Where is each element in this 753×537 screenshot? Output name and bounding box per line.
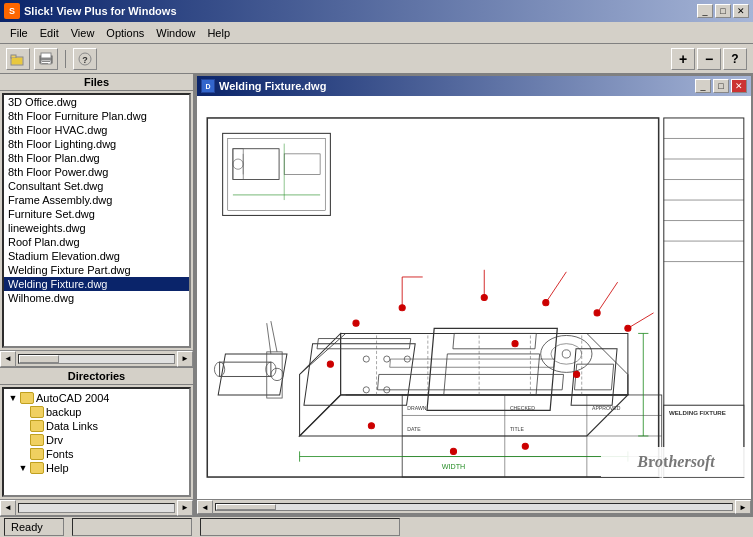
dir-tree-hscroll[interactable]: ◄ ► <box>0 499 193 515</box>
svg-point-80 <box>512 341 518 347</box>
menu-view[interactable]: View <box>65 25 101 41</box>
dir-item-datalinks[interactable]: Data Links <box>6 419 187 433</box>
file-item-selected[interactable]: Welding Fixture.dwg <box>4 277 189 291</box>
svg-text:DRAWN: DRAWN <box>407 405 426 411</box>
svg-rect-2 <box>12 58 22 64</box>
zoom-in-button[interactable]: + <box>671 48 695 70</box>
svg-point-85 <box>368 423 374 429</box>
hscroll-thumb[interactable] <box>19 355 59 363</box>
doc-title: Welding Fixture.dwg <box>219 80 326 92</box>
expand-icon <box>18 435 28 445</box>
doc-title-bar: D Welding Fixture.dwg _ □ ✕ <box>197 76 751 96</box>
file-item[interactable]: 8th Floor Furniture Plan.dwg <box>4 109 189 123</box>
file-item[interactable]: Welding Fixture Part.dwg <box>4 263 189 277</box>
svg-text:TITLE: TITLE <box>510 426 525 432</box>
svg-text:WIDTH: WIDTH <box>442 463 466 471</box>
close-button[interactable]: ✕ <box>733 4 749 18</box>
file-item[interactable]: 8th Floor Plan.dwg <box>4 151 189 165</box>
file-item[interactable]: Roof Plan.dwg <box>4 235 189 249</box>
directory-tree[interactable]: ▼ AutoCAD 2004 backup Data Links <box>2 387 191 497</box>
dir-item-help[interactable]: ▼ Help <box>6 461 187 475</box>
menu-file[interactable]: File <box>4 25 34 41</box>
svg-point-81 <box>574 371 580 377</box>
app-icon: S <box>4 3 20 19</box>
file-item[interactable]: lineweights.dwg <box>4 221 189 235</box>
expand-icon <box>18 421 28 431</box>
file-item[interactable]: 8th Floor Lighting.dwg <box>4 137 189 151</box>
info-button[interactable]: ? <box>723 48 747 70</box>
dir-label: Fonts <box>46 448 74 460</box>
menu-window[interactable]: Window <box>150 25 201 41</box>
dir-scroll-right[interactable]: ► <box>177 500 193 516</box>
dir-label: Drv <box>46 434 63 446</box>
files-section-title: Files <box>0 74 193 91</box>
print-button[interactable] <box>34 48 58 70</box>
dir-item-fonts[interactable]: Fonts <box>6 447 187 461</box>
svg-rect-1 <box>11 55 16 58</box>
menu-help[interactable]: Help <box>201 25 236 41</box>
status-coords <box>72 518 192 536</box>
dir-item-drv[interactable]: Drv <box>6 433 187 447</box>
help-toolbar-button[interactable]: ? <box>73 48 97 70</box>
svg-rect-6 <box>42 61 50 62</box>
file-item[interactable]: Frame Assembly.dwg <box>4 193 189 207</box>
folder-icon <box>20 392 34 404</box>
file-item[interactable]: Consultant Set.dwg <box>4 179 189 193</box>
scroll-right-button[interactable]: ► <box>177 351 193 367</box>
dir-item-autocad[interactable]: ▼ AutoCAD 2004 <box>6 391 187 405</box>
doc-close-button[interactable]: ✕ <box>731 79 747 93</box>
main-area: Files 3D Office.dwg 8th Floor Furniture … <box>0 74 753 515</box>
title-bar: S Slick! View Plus for Windows _ □ ✕ <box>0 0 753 22</box>
menu-bar: File Edit View Options Window Help <box>0 22 753 44</box>
status-bar: Ready <box>0 515 753 537</box>
dir-item-backup[interactable]: backup <box>6 405 187 419</box>
dir-label: Data Links <box>46 420 98 432</box>
dir-scroll-left[interactable]: ◄ <box>0 500 16 516</box>
dir-label: Help <box>46 462 69 474</box>
svg-rect-4 <box>41 53 51 58</box>
status-extra <box>200 518 400 536</box>
file-item[interactable]: 8th Floor HVAC.dwg <box>4 123 189 137</box>
minimize-button[interactable]: _ <box>697 4 713 18</box>
doc-hscroll-thumb[interactable] <box>216 504 276 510</box>
doc-minimize-button[interactable]: _ <box>695 79 711 93</box>
right-area: D Welding Fixture.dwg _ □ ✕ <box>195 74 753 515</box>
file-item[interactable]: 3D Office.dwg <box>4 95 189 109</box>
file-list[interactable]: 3D Office.dwg 8th Floor Furniture Plan.d… <box>2 93 191 348</box>
doc-scroll-left[interactable]: ◄ <box>197 500 213 514</box>
toolbar-separator <box>65 50 66 68</box>
maximize-button[interactable]: □ <box>715 4 731 18</box>
menu-edit[interactable]: Edit <box>34 25 65 41</box>
doc-hscroll-track <box>215 503 733 511</box>
svg-point-77 <box>594 310 600 316</box>
svg-text:?: ? <box>82 55 88 65</box>
folder-icon <box>30 406 44 418</box>
cad-drawing: DWG NO SCALE 1:1 SHEET WELDING FIXTURE D… <box>197 96 751 499</box>
svg-text:DATE: DATE <box>407 426 421 432</box>
file-item[interactable]: 8th Floor Power.dwg <box>4 165 189 179</box>
toolbar: ? + − ? <box>0 44 753 74</box>
file-item[interactable]: Wilhome.dwg <box>4 291 189 305</box>
doc-scroll-right[interactable]: ► <box>735 500 751 514</box>
status-ready: Ready <box>4 518 64 536</box>
scroll-left-button[interactable]: ◄ <box>0 351 16 367</box>
file-item[interactable]: Furniture Set.dwg <box>4 207 189 221</box>
folder-icon <box>30 462 44 474</box>
open-button[interactable] <box>6 48 30 70</box>
doc-hscroll[interactable]: ◄ ► <box>197 499 751 513</box>
directories-section-title: Directories <box>0 368 193 385</box>
file-item[interactable]: Stadium Elevation.dwg <box>4 249 189 263</box>
svg-point-76 <box>543 300 549 306</box>
dir-hscroll-track <box>18 503 175 513</box>
watermark: Brothersoft <box>601 447 751 477</box>
file-list-hscroll[interactable]: ◄ ► <box>0 350 193 366</box>
expand-icon <box>18 449 28 459</box>
dir-label: AutoCAD 2004 <box>36 392 109 404</box>
svg-text:WELDING FIXTURE: WELDING FIXTURE <box>669 409 726 416</box>
expand-icon: ▼ <box>8 393 18 403</box>
menu-options[interactable]: Options <box>100 25 150 41</box>
zoom-out-button[interactable]: − <box>697 48 721 70</box>
svg-point-84 <box>522 443 528 449</box>
doc-maximize-button[interactable]: □ <box>713 79 729 93</box>
doc-content: DWG NO SCALE 1:1 SHEET WELDING FIXTURE D… <box>197 96 751 499</box>
